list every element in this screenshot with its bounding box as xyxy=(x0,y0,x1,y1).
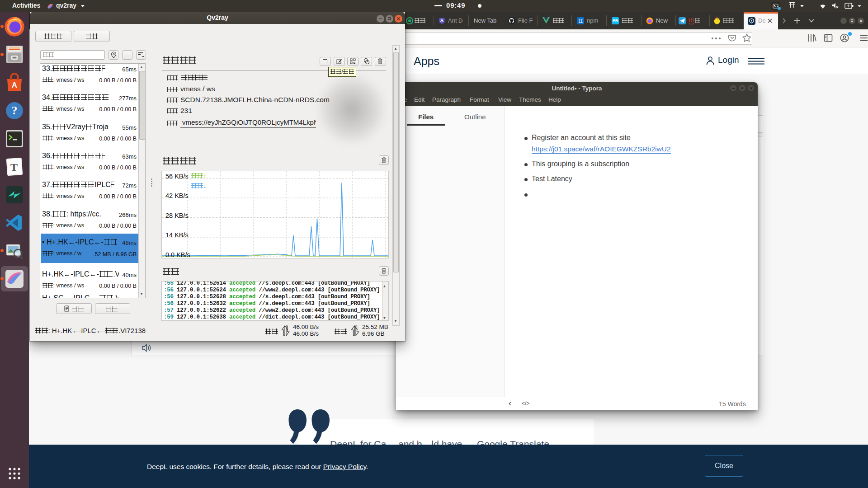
svg-text:A: A xyxy=(12,81,17,89)
svg-text:T: T xyxy=(10,161,18,173)
svg-text:?: ? xyxy=(12,104,18,117)
